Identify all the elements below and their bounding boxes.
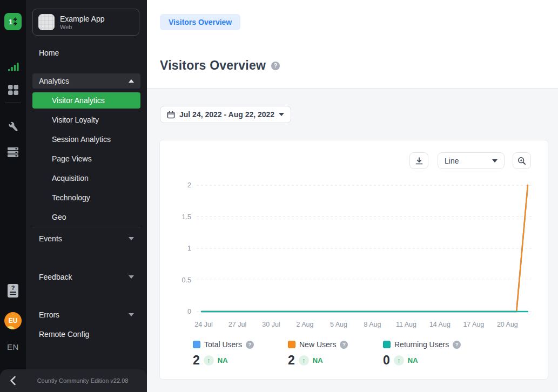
trend-up-icon: ↑ xyxy=(299,355,309,366)
legend-color-swatch xyxy=(193,341,200,348)
avatar-initials: EU xyxy=(9,317,18,325)
svg-text:27 Jul: 27 Jul xyxy=(228,321,246,328)
sidebar-item-events[interactable]: Events xyxy=(32,231,140,246)
sidebar-item-label: Errors xyxy=(39,310,59,319)
chart-legend: Total Users ? 2 ↑ NA New Users ? 2 ↑ NA … xyxy=(193,340,478,368)
sidebar-item-label: Analytics xyxy=(39,77,69,85)
sidebar-item-label: Feedback xyxy=(39,273,72,281)
sidebar-item-label: Session Analytics xyxy=(52,135,111,144)
sidebar-item-page-views[interactable]: Page Views xyxy=(32,151,140,166)
legend-item-total-users[interactable]: Total Users ? 2 ↑ NA xyxy=(193,340,288,368)
legend-label: Returning Users xyxy=(394,340,449,349)
svg-text:30 Jul: 30 Jul xyxy=(262,321,280,328)
zoom-chart-button[interactable] xyxy=(513,152,531,169)
sidebar-item-label: Home xyxy=(39,49,59,57)
language-selector[interactable]: EN xyxy=(0,342,26,352)
legend-item-returning-users[interactable]: Returning Users ? 0 ↑ NA xyxy=(383,340,478,368)
app-icon xyxy=(38,14,55,30)
app-name: Example App xyxy=(60,15,105,24)
magnifier-plus-icon xyxy=(517,157,526,165)
svg-text:14 Aug: 14 Aug xyxy=(429,321,451,328)
svg-text:0: 0 xyxy=(187,308,191,315)
svg-text:2 Aug: 2 Aug xyxy=(296,321,313,328)
sidebar-item-analytics[interactable]: Analytics xyxy=(32,73,140,89)
date-range-picker[interactable]: Jul 24, 2022 - Aug 22, 2022 xyxy=(160,106,291,123)
icon-rail: 1 xyxy=(0,0,26,392)
chevron-down-icon xyxy=(279,113,284,116)
sidebar-item-remote-config[interactable]: Remote Config xyxy=(32,327,140,342)
page-title: Visitors Overview xyxy=(160,58,266,73)
sidebar-item-technology[interactable]: Technology xyxy=(32,190,140,205)
trend-up-icon: ↑ xyxy=(204,355,214,366)
legend-value: 2 xyxy=(288,353,295,368)
svg-text:20 Aug: 20 Aug xyxy=(497,321,518,328)
tab-visitors-overview[interactable]: Visitors Overview xyxy=(160,14,240,30)
svg-text:1.5: 1.5 xyxy=(182,213,191,221)
sidebar-item-visitor-loyalty[interactable]: Visitor Loyalty xyxy=(32,112,140,127)
sidebar-item-geo[interactable]: Geo xyxy=(32,209,140,225)
sidebar: Example App Web HomeAnalyticsVisitor Ana… xyxy=(26,0,147,392)
sidebar-item-errors[interactable]: Errors xyxy=(32,307,140,322)
app-selector[interactable]: Example App Web xyxy=(32,9,139,36)
download-icon xyxy=(415,157,423,165)
sidebar-item-visitor-analytics[interactable]: Visitor Analytics xyxy=(32,92,140,109)
visitors-line-chart[interactable]: 00.511.5224 Jul27 Jul30 Jul2 Aug5 Aug8 A… xyxy=(160,178,549,335)
svg-text:11 Aug: 11 Aug xyxy=(396,321,416,328)
countly-logo[interactable]: 1 xyxy=(4,13,22,30)
sidebar-item-label: Technology xyxy=(52,193,90,202)
svg-text:?: ? xyxy=(11,285,15,291)
sidebar-item-label: Acquisition xyxy=(52,174,89,183)
page-title-row: Visitors Overview ? xyxy=(160,58,280,73)
legend-help-icon[interactable]: ? xyxy=(340,341,348,349)
sidebar-item-label: Events xyxy=(39,234,62,243)
download-chart-button[interactable] xyxy=(409,152,428,169)
visitors-chart-card: Line 00.511.5224 Jul27 Jul30 Jul2 Aug5 A… xyxy=(159,140,548,380)
page-body: Jul 24, 2022 - Aug 22, 2022 Line xyxy=(147,88,558,392)
rail-divider xyxy=(5,103,21,103)
chart-type-value: Line xyxy=(445,157,459,165)
sidebar-footer: Countly Community Edition v22.08 xyxy=(0,369,147,392)
svg-text:17 Aug: 17 Aug xyxy=(463,321,484,328)
help-doc-icon[interactable]: ? xyxy=(0,283,26,298)
svg-text:5 Aug: 5 Aug xyxy=(330,321,347,328)
legend-change: NA xyxy=(218,356,228,364)
app-type: Web xyxy=(60,24,105,30)
chevron-down-icon xyxy=(129,275,134,279)
sidebar-item-session-analytics[interactable]: Session Analytics xyxy=(32,132,140,147)
legend-color-swatch xyxy=(383,341,391,348)
svg-text:24 Jul: 24 Jul xyxy=(194,321,212,328)
collapse-sidebar-button[interactable] xyxy=(0,376,26,386)
analytics-bar-chart-icon[interactable] xyxy=(0,61,26,73)
legend-value: 0 xyxy=(383,353,390,368)
sidebar-item-label: Visitor Analytics xyxy=(52,96,105,105)
data-stack-icon[interactable] xyxy=(0,146,26,158)
countly-dashboard: 1 xyxy=(0,0,558,392)
legend-label: Total Users xyxy=(204,340,242,349)
user-avatar[interactable]: EU xyxy=(4,312,22,329)
sidebar-menu: HomeAnalyticsVisitor AnalyticsVisitor Lo… xyxy=(32,45,140,342)
sidebar-item-home[interactable]: Home xyxy=(32,45,140,60)
legend-help-icon[interactable]: ? xyxy=(453,341,461,349)
chart-type-select[interactable]: Line xyxy=(438,152,505,169)
sidebar-item-feedback[interactable]: Feedback xyxy=(32,269,140,285)
legend-color-swatch xyxy=(288,341,295,348)
chevron-down-icon xyxy=(492,159,498,163)
svg-text:1: 1 xyxy=(9,18,12,26)
legend-item-new-users[interactable]: New Users ? 2 ↑ NA xyxy=(288,340,383,368)
legend-help-icon[interactable]: ? xyxy=(246,341,254,349)
legend-label: New Users xyxy=(299,340,336,349)
legend-change: NA xyxy=(313,356,323,364)
sidebar-item-label: Page Views xyxy=(52,154,92,163)
title-help-icon[interactable]: ? xyxy=(271,62,280,70)
wrench-icon[interactable] xyxy=(0,121,26,134)
svg-text:8 Aug: 8 Aug xyxy=(364,321,381,328)
svg-text:2: 2 xyxy=(187,181,191,189)
chevron-down-icon xyxy=(129,313,134,316)
date-range-value: Jul 24, 2022 - Aug 22, 2022 xyxy=(179,110,274,119)
chevron-down-icon xyxy=(129,237,134,240)
sidebar-item-acquisition[interactable]: Acquisition xyxy=(32,171,140,186)
chevron-up-icon xyxy=(129,79,134,83)
legend-value: 2 xyxy=(193,353,200,368)
calendar-icon xyxy=(167,111,175,119)
apps-grid-icon[interactable] xyxy=(0,84,26,96)
